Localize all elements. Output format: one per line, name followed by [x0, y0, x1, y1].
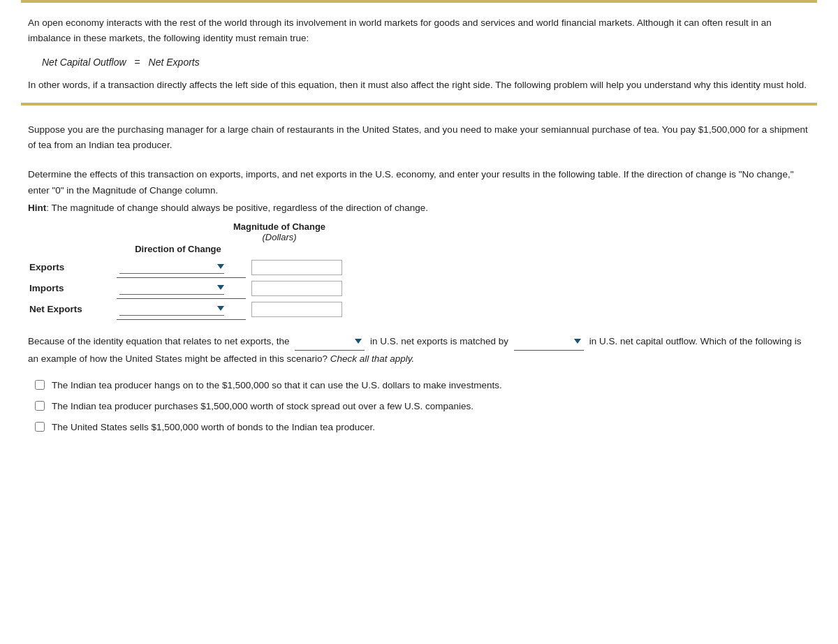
checkbox-3-label: The United States sells $1,500,000 worth… — [52, 420, 375, 434]
table-section: Magnitude of Change (Dollars) Direction … — [21, 221, 817, 321]
magnitude-header-sub: (Dollars) — [230, 232, 328, 242]
intro-paragraph-2: In other words, if a transaction directl… — [21, 78, 817, 93]
checkbox-2-label: The Indian tea producer purchases $1,500… — [52, 400, 473, 414]
because-dropdown1-arrow — [355, 339, 362, 344]
hint-label: Hint — [28, 203, 46, 213]
because-dropdown2-arrow — [574, 339, 581, 344]
exports-direction-dropdown[interactable] — [119, 261, 224, 274]
col-magnitude-header: Magnitude of Change (Dollars) — [230, 221, 328, 242]
hint-line: Hint: The magnitude of change should alw… — [21, 203, 817, 213]
direction-header: Direction of Change — [126, 244, 230, 254]
imports-magnitude-cell — [246, 278, 363, 299]
because-italic-suffix: Check all that apply. — [330, 353, 415, 364]
imports-direction-dropdown[interactable] — [119, 282, 224, 295]
net-exports-magnitude-input[interactable] — [251, 302, 342, 317]
section-divider — [21, 103, 817, 105]
table-row: Imports — [28, 278, 363, 299]
instructions-section: Determine the effects of this transactio… — [21, 167, 817, 198]
exports-dropdown-arrow — [217, 264, 224, 269]
because-text-middle: in U.S. net exports is matched by — [370, 336, 508, 346]
instructions-para: Determine the effects of this transactio… — [28, 167, 810, 198]
because-section: Because of the identity equation that re… — [21, 332, 817, 367]
checkbox-1-label: The Indian tea producer hangs on to the … — [52, 379, 502, 393]
top-border — [21, 0, 817, 3]
checkbox-2[interactable] — [35, 401, 45, 411]
net-exports-magnitude-cell — [246, 299, 363, 320]
checkboxes-section: The Indian tea producer hangs on to the … — [21, 379, 817, 435]
intro-paragraph-1: An open economy interacts with the rest … — [21, 15, 817, 47]
exports-direction-cell — [117, 257, 246, 278]
exports-label: Exports — [28, 257, 117, 278]
identity-left: Net Capital Outflow — [42, 57, 126, 68]
exports-dropdown-value — [119, 261, 196, 272]
net-exports-label: Net Exports — [28, 299, 117, 320]
identity-equation: Net Capital Outflow = Net Exports — [42, 57, 796, 68]
net-exports-direction-dropdown[interactable] — [119, 303, 224, 316]
imports-magnitude-input[interactable] — [251, 281, 342, 296]
identity-right: Net Exports — [149, 57, 200, 68]
identity-equals: = — [135, 57, 140, 68]
net-exports-direction-cell — [117, 299, 246, 320]
effects-table: Exports Imports — [28, 257, 363, 321]
because-dropdown-1[interactable] — [295, 332, 365, 350]
checkbox-item-1: The Indian tea producer hangs on to the … — [35, 379, 803, 393]
table-column-headers: Magnitude of Change (Dollars) — [112, 221, 810, 242]
because-dropdown-2[interactable] — [514, 332, 584, 350]
checkbox-item-3: The United States sells $1,500,000 worth… — [35, 420, 803, 434]
imports-direction-cell — [117, 278, 246, 299]
exports-magnitude-cell — [246, 257, 363, 278]
checkbox-item-2: The Indian tea producer purchases $1,500… — [35, 400, 803, 414]
because-text-before1: Because of the identity equation that re… — [28, 336, 290, 346]
direction-col-header-row: Direction of Change — [112, 244, 810, 254]
table-row: Exports — [28, 257, 363, 278]
scenario-section: Suppose you are the purchasing manager f… — [21, 122, 817, 154]
exports-magnitude-input[interactable] — [251, 260, 342, 275]
imports-dropdown-arrow — [217, 285, 224, 290]
imports-label: Imports — [28, 278, 117, 299]
net-exports-dropdown-arrow — [217, 306, 224, 311]
because-dropdown2-value — [514, 332, 570, 349]
because-dropdown1-value — [295, 332, 351, 349]
imports-dropdown-value — [119, 282, 196, 293]
checkbox-3[interactable] — [35, 422, 45, 432]
checkbox-1[interactable] — [35, 380, 45, 390]
table-row: Net Exports — [28, 299, 363, 320]
hint-text: : The magnitude of change should always … — [46, 203, 428, 213]
page: An open economy interacts with the rest … — [0, 0, 838, 644]
net-exports-dropdown-value — [119, 303, 196, 314]
magnitude-header-main: Magnitude of Change — [230, 221, 328, 232]
